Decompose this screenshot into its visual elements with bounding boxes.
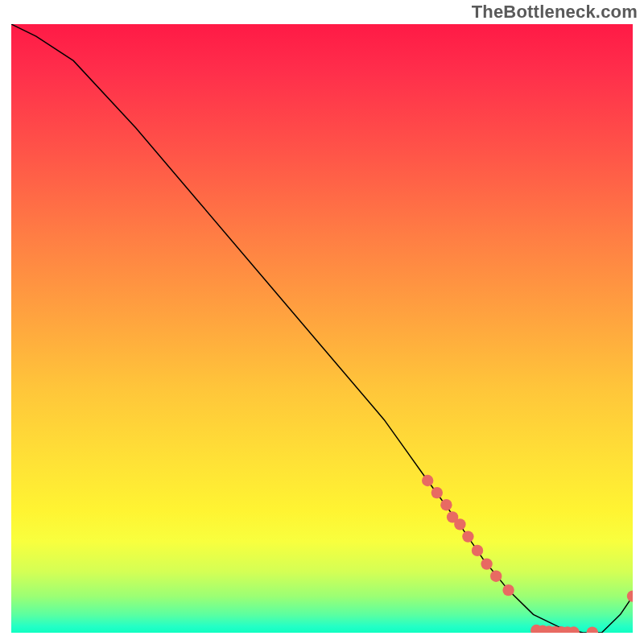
plot-svg	[11, 24, 633, 633]
segment-marker	[462, 530, 473, 542]
segment-marker	[502, 584, 514, 596]
segment-marker	[422, 475, 433, 486]
segment-marker	[490, 571, 502, 582]
segment-marker	[454, 518, 465, 530]
chart-container: TheBottleneck.com	[0, 0, 644, 644]
segment-marker	[587, 627, 598, 634]
segment-marker	[431, 487, 443, 498]
segment-marker	[472, 545, 483, 556]
plot-frame	[11, 24, 633, 633]
watermark-label: TheBottleneck.com	[472, 2, 638, 23]
segment-marker	[481, 558, 492, 569]
curve-line	[11, 24, 633, 633]
segment-marker	[440, 499, 452, 510]
segment-marker	[627, 590, 633, 601]
